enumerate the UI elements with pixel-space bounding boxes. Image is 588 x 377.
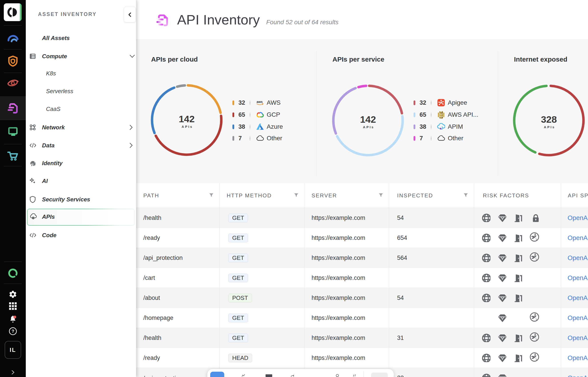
svg-text:?: ? bbox=[12, 329, 14, 334]
svg-text:aws: aws bbox=[257, 100, 263, 104]
